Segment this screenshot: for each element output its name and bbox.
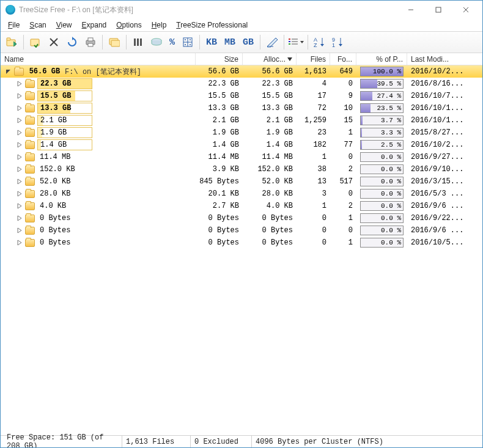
grid-button[interactable] — [179, 34, 196, 51]
size-bar: 4.0 KB — [37, 200, 92, 211]
close-button[interactable] — [452, 1, 479, 18]
name-cell[interactable]: 152.0 KB — [1, 163, 196, 175]
menu-file[interactable]: FFileile — [3, 20, 24, 31]
row-percent: 0.0 % — [356, 237, 407, 249]
expand-icon[interactable] — [15, 165, 24, 174]
tree-row[interactable]: 1.4 GB1.4 GB1.4 GB182772.5 %2016/10/2... — [1, 139, 482, 151]
select-drive-button[interactable] — [27, 34, 44, 51]
row-allocated: 0 Bytes — [243, 212, 297, 224]
window-title: TreeSize Free - F:\ on [笔记本资料] — [19, 5, 397, 15]
row-size: 2.1 GB — [196, 114, 243, 127]
expand-icon[interactable] — [15, 104, 24, 112]
tree-row[interactable]: 152.0 KB3.9 KB152.0 KB3820.0 %2016/9/10.… — [1, 163, 482, 175]
row-folders: 1 — [330, 127, 356, 139]
name-cell[interactable]: 1.4 GB — [1, 139, 196, 151]
row-folders: 0 — [330, 151, 356, 163]
tree-row[interactable]: 15.5 GB15.5 GB15.5 GB17927.4 %2016/10/7.… — [1, 90, 482, 102]
name-cell[interactable]: 28.0 KB — [1, 188, 196, 200]
sort-az-button[interactable]: AZ — [311, 34, 328, 51]
remove-button[interactable] — [45, 34, 62, 51]
sort-91-button[interactable]: 91 — [330, 34, 347, 51]
drive-icon-button[interactable] — [148, 34, 165, 51]
expand-icon[interactable] — [15, 238, 24, 247]
expand-icon[interactable] — [15, 128, 24, 137]
expand-icon[interactable] — [15, 79, 24, 88]
expand-icon[interactable] — [15, 177, 24, 186]
row-size-label: 13.3 GB — [40, 104, 71, 112]
ruler-button[interactable] — [264, 34, 281, 51]
row-modified: 2016/5/3 ... — [407, 188, 482, 200]
tree-row[interactable]: 4.0 KB2.7 KB4.0 KB120.0 %2016/9/6 ... — [1, 200, 482, 212]
minimize-button[interactable] — [397, 1, 424, 18]
menu-help[interactable]: Help — [147, 20, 172, 31]
expand-icon[interactable] — [15, 189, 24, 198]
file-tree[interactable]: 56.6 GBF:\ on [笔记本资料]56.6 GB56.6 GB1,613… — [1, 65, 482, 435]
tree-row[interactable]: 56.6 GBF:\ on [笔记本资料]56.6 GB56.6 GB1,613… — [1, 65, 482, 78]
svg-rect-5 — [7, 38, 10, 40]
name-cell[interactable]: 4.0 KB — [1, 200, 196, 212]
menu-expand[interactable]: Expand — [77, 20, 112, 31]
name-cell[interactable]: 13.3 GB — [1, 102, 196, 114]
tree-row[interactable]: 0 Bytes0 Bytes0 Bytes010.0 %2016/9/22... — [1, 212, 482, 224]
row-size-label: 1.4 GB — [40, 141, 67, 149]
name-cell[interactable]: 15.5 GB — [1, 90, 196, 102]
row-percent: 23.5 % — [356, 102, 407, 114]
folder-icon — [14, 68, 24, 76]
name-cell[interactable]: 0 Bytes — [1, 224, 196, 237]
name-cell[interactable]: 1.9 GB — [1, 127, 196, 139]
name-cell[interactable]: 11.4 MB — [1, 151, 196, 163]
tree-row[interactable]: 13.3 GB13.3 GB13.3 GB721023.5 %2016/10/1… — [1, 102, 482, 114]
tree-row[interactable]: 22.3 GB22.3 GB22.3 GB4039.5 %2016/8/16..… — [1, 78, 482, 90]
percent-button[interactable]: % — [166, 34, 178, 51]
expand-icon[interactable] — [15, 92, 24, 100]
name-cell[interactable]: 0 Bytes — [1, 212, 196, 224]
collapse-icon[interactable] — [4, 67, 13, 76]
row-percent: 27.4 % — [356, 90, 407, 102]
open-folder-button[interactable] — [3, 34, 20, 51]
tree-row[interactable]: 1.9 GB1.9 GB1.9 GB2313.3 %2015/8/27... — [1, 127, 482, 139]
col-folders[interactable]: Fo... — [330, 53, 356, 65]
tree-row[interactable]: 2.1 GB2.1 GB2.1 GB1,259153.7 %2016/10/1.… — [1, 114, 482, 127]
tree-row[interactable]: 0 Bytes0 Bytes0 Bytes010.0 %2016/10/5... — [1, 237, 482, 249]
row-percent: 0.0 % — [356, 212, 407, 224]
refresh-button[interactable] — [64, 34, 81, 51]
menu-pro[interactable]: TreeSize Professional — [171, 20, 253, 31]
col-percent[interactable]: % of P... — [356, 53, 407, 65]
menu-options[interactable]: Options — [111, 20, 146, 31]
name-cell[interactable]: 56.6 GBF:\ on [笔记本资料] — [1, 65, 196, 78]
print-button[interactable] — [82, 34, 99, 51]
row-files: 0 — [297, 237, 330, 249]
expand-icon[interactable] — [15, 226, 24, 235]
expand-icon[interactable] — [15, 202, 24, 210]
gb-button[interactable]: GB — [240, 34, 257, 51]
svg-rect-1 — [436, 7, 441, 12]
row-size-label: 0 Bytes — [40, 214, 70, 222]
col-name[interactable]: Name — [1, 53, 196, 65]
expand-icon[interactable] — [15, 116, 24, 125]
mb-button[interactable]: MB — [221, 34, 238, 51]
expand-icon[interactable] — [15, 153, 24, 161]
expand-icon[interactable] — [15, 141, 24, 149]
col-size[interactable]: Size — [196, 53, 243, 65]
kb-button[interactable]: KB — [203, 34, 220, 51]
expand-all-button[interactable] — [106, 34, 123, 51]
col-modified[interactable]: Last Modi... — [407, 53, 482, 65]
name-cell[interactable]: 52.0 KB — [1, 175, 196, 188]
list-view-button[interactable] — [287, 34, 304, 51]
tree-row[interactable]: 52.0 KB845 Bytes52.0 KB135170.0 %2016/3/… — [1, 175, 482, 188]
tree-row[interactable]: 28.0 KB20.1 KB28.0 KB300.0 %2016/5/3 ... — [1, 188, 482, 200]
name-cell[interactable]: 22.3 GB — [1, 78, 196, 90]
expand-icon[interactable] — [15, 214, 24, 222]
col-allocated[interactable]: Alloc... — [243, 53, 297, 65]
maximize-button[interactable] — [424, 1, 452, 18]
name-cell[interactable]: 0 Bytes — [1, 237, 196, 249]
col-files[interactable]: Files — [297, 53, 330, 65]
menu-scan[interactable]: Scan — [24, 20, 51, 31]
chart-bars-button[interactable] — [130, 34, 147, 51]
size-bar: 56.6 GBF:\ on [笔记本资料] — [26, 66, 196, 77]
row-files: 38 — [297, 163, 330, 175]
menu-view[interactable]: View — [51, 20, 77, 31]
name-cell[interactable]: 2.1 GB — [1, 114, 196, 127]
tree-row[interactable]: 0 Bytes0 Bytes0 Bytes000.0 %2016/9/6 ... — [1, 224, 482, 237]
tree-row[interactable]: 11.4 MB11.4 MB11.4 MB100.0 %2016/9/27... — [1, 151, 482, 163]
